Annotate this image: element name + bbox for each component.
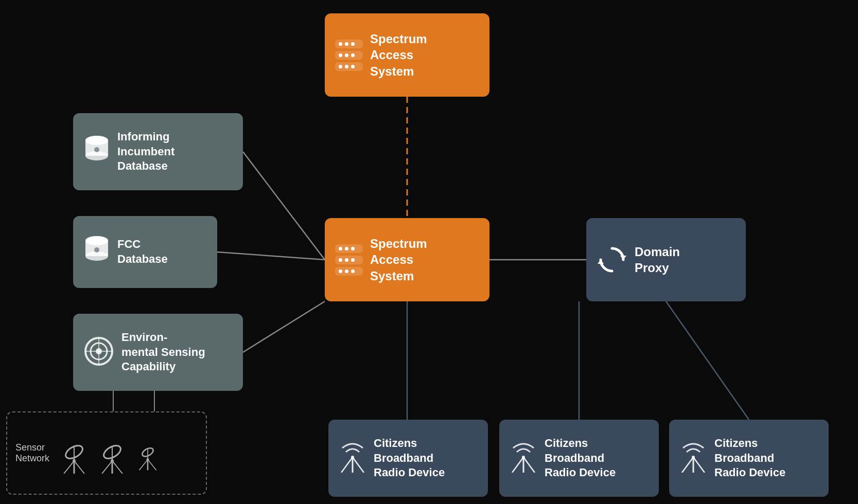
sas-center-node: Spectrum Access System — [325, 218, 489, 301]
esc-node: Environ- mental Sensing Capability — [73, 314, 243, 391]
server-icon — [335, 244, 363, 276]
svg-line-33 — [523, 457, 535, 473]
fcc-database-label: FCC Database — [117, 237, 168, 266]
antenna-icon-3 — [679, 442, 707, 475]
svg-point-56 — [147, 458, 149, 461]
svg-point-34 — [522, 456, 525, 459]
svg-line-7 — [666, 301, 749, 420]
sas-top-node: Spectrum Access System — [325, 13, 489, 97]
sensor-network-box: SensorNetwork — [6, 411, 207, 495]
sync-icon — [597, 244, 627, 275]
svg-marker-11 — [598, 260, 604, 264]
target-icon — [83, 336, 114, 369]
sas-top-label: Spectrum Access System — [370, 31, 427, 79]
svg-line-37 — [693, 457, 705, 473]
svg-point-16 — [94, 147, 99, 152]
satellite-dish-2 — [97, 433, 128, 474]
satellite-dish-3 — [135, 433, 161, 474]
svg-line-29 — [353, 457, 364, 473]
db-icon — [83, 134, 110, 169]
svg-line-53 — [148, 460, 156, 471]
cbsd3-node: Citizens Broadband Radio Device — [669, 420, 829, 497]
sensor-network-label: SensorNetwork — [15, 442, 49, 464]
svg-point-20 — [85, 236, 108, 245]
antenna-icon-1 — [339, 442, 366, 475]
domain-proxy-node: Domain Proxy — [586, 218, 746, 301]
svg-line-47 — [112, 461, 122, 474]
svg-point-19 — [85, 251, 108, 261]
svg-point-30 — [351, 456, 354, 459]
cbsd2-label: Citizens Broadband Radio Device — [545, 436, 616, 480]
svg-point-38 — [692, 456, 695, 459]
fcc-database-node: FCC Database — [73, 216, 217, 288]
cbsd1-node: Citizens Broadband Radio Device — [328, 420, 488, 497]
cbsd3-label: Citizens Broadband Radio Device — [714, 436, 785, 480]
svg-line-52 — [139, 460, 148, 471]
antenna-icon-2 — [510, 442, 537, 475]
informing-incumbent-node: Informing Incumbent Database — [73, 113, 243, 190]
svg-line-46 — [102, 461, 112, 474]
svg-point-50 — [111, 459, 114, 462]
svg-line-28 — [341, 457, 353, 473]
svg-marker-10 — [620, 256, 626, 260]
svg-line-2 — [217, 252, 325, 260]
diagram-container: Spectrum Access System Spectrum Access S… — [0, 0, 858, 504]
svg-point-14 — [85, 151, 108, 160]
esc-label: Environ- mental Sensing Capability — [121, 330, 205, 374]
svg-line-41 — [74, 461, 84, 474]
svg-line-32 — [512, 457, 523, 473]
informing-incumbent-label: Informing Incumbent Database — [117, 130, 174, 174]
svg-line-1 — [243, 152, 325, 260]
server-icon — [335, 40, 363, 71]
cbsd1-label: Citizens Broadband Radio Device — [374, 436, 445, 480]
svg-point-15 — [85, 136, 108, 145]
sas-center-label: Spectrum Access System — [370, 236, 427, 284]
db-icon-fcc — [83, 235, 110, 269]
domain-proxy-label: Domain Proxy — [635, 244, 680, 276]
svg-line-36 — [682, 457, 693, 473]
cbsd2-node: Citizens Broadband Radio Device — [499, 420, 659, 497]
svg-line-3 — [243, 301, 325, 352]
satellite-dish-1 — [59, 433, 90, 474]
svg-point-44 — [73, 459, 76, 462]
svg-line-40 — [64, 461, 74, 474]
svg-point-21 — [94, 247, 99, 253]
